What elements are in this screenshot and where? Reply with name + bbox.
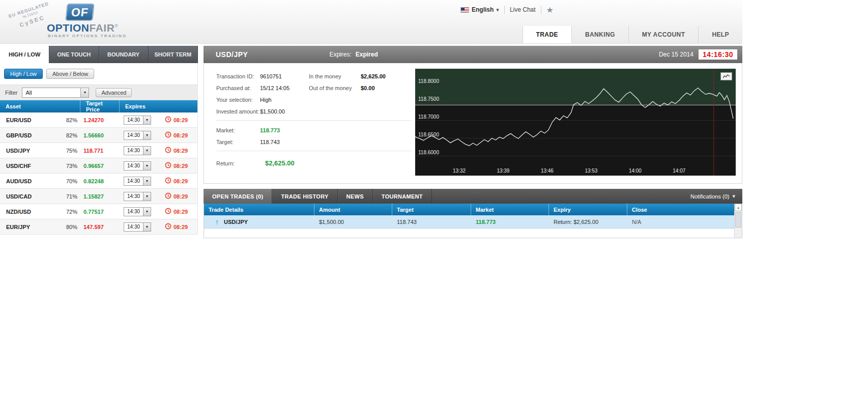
svg-text:118.7500: 118.7500 [418,96,439,102]
bottom-tab-trade-history[interactable]: TRADE HISTORY [272,189,337,204]
expiry-select[interactable]: 14:30 [124,131,151,140]
notifications-dropdown[interactable]: Notifications (0) [690,193,735,200]
expiry-select[interactable]: 14:30 [124,116,151,125]
detail-line: Transaction ID: 9610751 In the money $2,… [216,73,412,79]
live-chat-link[interactable]: Live Chat [510,6,536,13]
expires-label: Expires: [329,51,351,58]
asset-payout: 80% [53,224,80,230]
expiry-select[interactable]: 14:30 [124,146,151,155]
chevron-down-icon [143,162,151,170]
return-label: Return: [216,160,265,166]
chevron-down-icon [80,88,89,97]
chevron-down-icon [143,177,151,185]
asset-target-price: 0.77517 [80,209,120,215]
instrument-tab-short-term[interactable]: SHORT TERM [149,46,198,63]
asset-target-price: 1.24270 [80,117,120,123]
countdown-clock-icon [165,177,171,185]
expiry-select-value: 14:30 [124,223,143,231]
top-header: EU REGULATED № 216/13 CySEC OF OPTIONFAI… [0,0,742,44]
countdown-value: 08:29 [173,132,188,138]
instrument-tab-one-touch[interactable]: ONE TOUCH [49,46,99,63]
nav-tab-banking[interactable]: BANKING [571,26,628,43]
asset-row-eur-jpy[interactable]: EUR/JPY80%147.59714:3008:29 [0,219,197,235]
divider [216,120,412,121]
svg-text:14:00: 14:00 [629,168,642,174]
mode-button-high-low[interactable]: High / Low [4,69,43,79]
transaction-id-value: 9610751 [260,73,309,79]
countdown-value: 08:29 [173,117,188,123]
trade-asset: USD/JPY [224,219,248,225]
asset-row-gbp-usd[interactable]: GBP/USD82%1.5666014:3008:29 [0,128,197,143]
filter-select[interactable]: All [22,88,89,98]
scroll-up-arrow-icon[interactable] [735,204,742,211]
language-selector[interactable]: English [460,6,499,13]
asset-row-nzd-usd[interactable]: NZD/USD72%0.7751714:3008:29 [0,204,197,219]
scrollbar-thumb[interactable] [735,212,741,228]
invested-amount-value: $1,500.00 [260,108,309,115]
nav-tab-trade[interactable]: TRADE [523,26,571,43]
asset-row-usd-cad[interactable]: USD/CAD71%1.1582714:3008:29 [0,189,197,204]
filter-label: Filter [5,90,17,96]
bottom-tab-tournament[interactable]: TOURNAMENT [373,189,432,204]
mode-button-above-below[interactable]: Above / Below [46,69,94,79]
instrument-tab-high-low[interactable]: HIGH / LOW [0,46,49,63]
asset-target-price: 147.597 [80,224,120,230]
us-flag-icon [460,7,469,13]
trade-row-usd-jpy[interactable]: ↑USD/JPY$1,500.00118.743118.773Return: $… [204,215,734,229]
expiry-select-value: 14:30 [124,131,143,139]
trade-details-column-header: Trade Details [204,204,314,215]
asset-row-usd-jpy[interactable]: USD/JPY75%118.77114:3008:29 [0,143,197,158]
asset-name: USD/JPY [0,148,53,154]
asset-payout: 82% [53,117,80,123]
price-chart-canvas: 118.8000118.7500118.7000118.6500118.6000… [415,69,736,176]
nav-tab-my-account[interactable]: MY ACCOUNT [628,26,699,43]
bottom-tab-news[interactable]: NEWS [338,189,373,204]
close-column-header: Close [627,204,734,215]
bottom-tab-open-trades-0[interactable]: OPEN TRADES (0) [204,189,272,204]
detail-line: Target: 118.743 [216,139,412,145]
main-nav: TRADEBANKINGMY ACCOUNTHELP [523,26,742,43]
chevron-down-icon [143,208,151,216]
trade-amount: $1,500.00 [314,219,392,225]
target-column-header: Target [392,204,471,215]
countdown-value: 08:29 [173,178,188,184]
asset-row-usd-chf[interactable]: USD/CHF73%0.9665714:3008:29 [0,158,197,174]
filter-select-value: All [22,88,80,97]
expiry-select[interactable]: 14:30 [124,161,151,171]
brand-name: OPTIONFAIR® [47,22,119,34]
expires-group: Expires: Expired [329,51,378,58]
asset-row-aud-usd[interactable]: AUD/USD70%0.8224814:3008:29 [0,174,197,189]
countdown-clock-icon [165,223,171,231]
expires-value: Expired [356,51,378,58]
optionfair-logo: EU REGULATED № 216/13 CySEC OF OPTIONFAI… [4,1,141,43]
instrument-tab-boundary[interactable]: BOUNDARY [99,46,149,63]
brand-name-option: OPTION [47,22,90,34]
expiry-select[interactable]: 14:30 [124,207,151,216]
countdown-value: 08:29 [173,193,188,200]
countdown-clock-icon [165,131,171,139]
target-label: Target: [216,139,260,145]
expiry-select[interactable]: 14:30 [124,222,151,232]
expires-column-header: Expires [120,100,197,112]
countdown-value: 08:29 [173,224,188,230]
countdown-cell: 08:29 [163,147,197,154]
filter-row: Filter All Advanced [0,84,197,100]
advanced-button[interactable]: Advanced [96,88,132,97]
asset-name: EUR/JPY [0,224,53,230]
price-chart: 118.8000118.7500118.7000118.6500118.6000… [415,69,736,176]
chart-type-button[interactable] [720,72,732,80]
chevron-down-icon [143,147,151,155]
asset-name: AUD/USD [0,178,53,184]
asset-row-eur-usd[interactable]: EUR/USD82%1.2427014:3008:29 [0,112,197,128]
vertical-scrollbar[interactable] [734,204,742,238]
divider [216,151,412,151]
countdown-cell: 08:29 [163,162,197,169]
open-trades-area: Trade Details Amount Target Market Expir… [204,204,742,238]
expiry-select-value: 14:30 [124,177,143,185]
nav-tab-help[interactable]: HELP [698,26,742,43]
expiry-select[interactable]: 14:30 [124,177,151,186]
svg-text:13:53: 13:53 [585,168,597,174]
favorites-star-icon[interactable] [546,5,554,15]
out-money-label: Out of the money [309,85,361,91]
expiry-select[interactable]: 14:30 [124,192,151,201]
